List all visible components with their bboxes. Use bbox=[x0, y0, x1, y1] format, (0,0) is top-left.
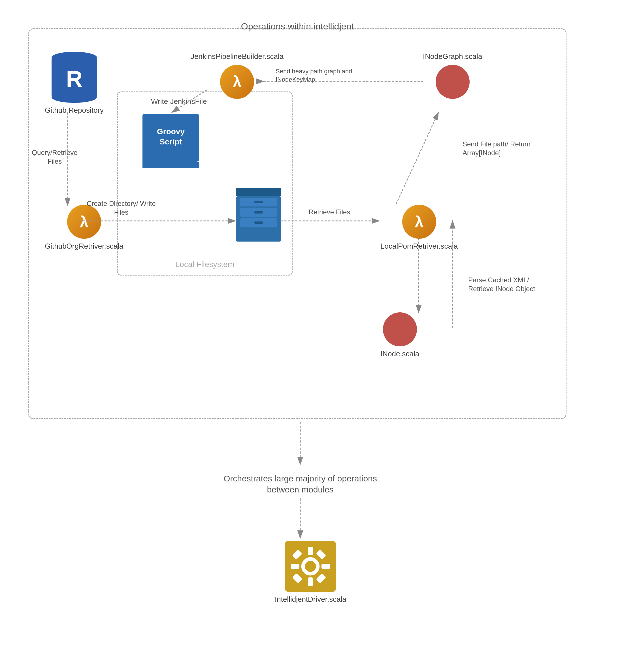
gear-box bbox=[285, 541, 336, 592]
github-cylinder: R bbox=[51, 52, 97, 103]
local-pom-retriver-node: λ LocalPomRetriver.scala bbox=[380, 205, 458, 251]
inode-graph-node: INodeGraph.scala bbox=[423, 52, 482, 99]
local-pom-lambda: λ bbox=[402, 205, 436, 239]
outer-box-label: Operations within intellidjent bbox=[241, 21, 354, 32]
inode-node: INode.scala bbox=[380, 312, 419, 359]
groovy-banner: Groovy Script bbox=[142, 114, 199, 160]
svg-rect-16 bbox=[321, 564, 330, 569]
cylinder-body: R bbox=[51, 58, 97, 97]
cabinet-top bbox=[236, 188, 281, 196]
cabinet-body bbox=[236, 196, 281, 242]
svg-rect-20 bbox=[316, 573, 326, 583]
svg-rect-13 bbox=[308, 547, 313, 555]
intellidjent-driver-label: IntellidjentDriver.scala bbox=[275, 595, 346, 604]
svg-point-22 bbox=[307, 563, 314, 570]
query-retrieve-label: Query/Retrieve Files bbox=[29, 148, 80, 166]
svg-rect-15 bbox=[291, 564, 299, 569]
local-pom-label: LocalPomRetriver.scala bbox=[380, 242, 458, 251]
jenkins-lambda-circle: λ bbox=[220, 65, 254, 99]
file-cabinet bbox=[236, 188, 281, 242]
write-jenkinsfile-label: Write JenkinsFile bbox=[151, 97, 207, 106]
github-repo-label: Github Repository bbox=[45, 106, 104, 115]
cylinder-r-letter: R bbox=[51, 66, 97, 92]
cabinet-drawer-1 bbox=[240, 198, 277, 206]
jenkins-label-top: JenkinsPipelineBuilder.scala bbox=[191, 52, 283, 62]
inode-graph-label: INodeGraph.scala bbox=[423, 52, 482, 62]
svg-rect-18 bbox=[316, 550, 326, 560]
groovy-banner-wrapper: Groovy Script bbox=[142, 114, 199, 168]
inode-label: INode.scala bbox=[380, 349, 419, 359]
svg-line-6 bbox=[396, 112, 438, 204]
intellidjent-driver-node: IntellidjentDriver.scala bbox=[275, 541, 346, 604]
diagram-container: Operations within intellidjent Local Fil… bbox=[23, 11, 595, 663]
groovy-script-node: Groovy Script bbox=[142, 114, 199, 168]
gear-svg bbox=[289, 545, 332, 588]
outer-box: Operations within intellidjent Local Fil… bbox=[28, 28, 566, 419]
svg-rect-17 bbox=[292, 550, 303, 560]
send-file-path-label: Send File path/ Return Array[INode] bbox=[462, 140, 542, 157]
send-heavy-path-label: Send heavy path graph and INodeKeyMap bbox=[276, 67, 372, 83]
retrieve-files-label: Retrieve Files bbox=[301, 208, 358, 216]
create-directory-label: Create Directory/ Write Files bbox=[84, 199, 158, 217]
inode-circle bbox=[383, 312, 417, 346]
inode-graph-circle bbox=[436, 65, 470, 99]
svg-rect-14 bbox=[308, 577, 313, 586]
parse-cached-label: Parse Cached XML/ Retrieve INode Object bbox=[468, 276, 548, 293]
jenkins-pipeline-node: JenkinsPipelineBuilder.scala λ bbox=[191, 52, 283, 99]
svg-rect-19 bbox=[292, 573, 303, 583]
inner-box-label: Local Filesystem bbox=[175, 260, 235, 269]
groovy-wave bbox=[142, 156, 199, 168]
cylinder-bottom bbox=[51, 92, 97, 103]
github-org-label: GithubOrgRetriver.scala bbox=[45, 242, 123, 251]
orchestrates-label: Orchestrates large majority of operation… bbox=[210, 473, 391, 495]
github-repo-node: R Github Repository bbox=[45, 52, 104, 115]
file-cabinet-node bbox=[236, 188, 281, 242]
cabinet-drawer-3 bbox=[240, 218, 277, 227]
groovy-text: Groovy Script bbox=[157, 127, 185, 147]
cabinet-drawer-2 bbox=[240, 208, 277, 217]
